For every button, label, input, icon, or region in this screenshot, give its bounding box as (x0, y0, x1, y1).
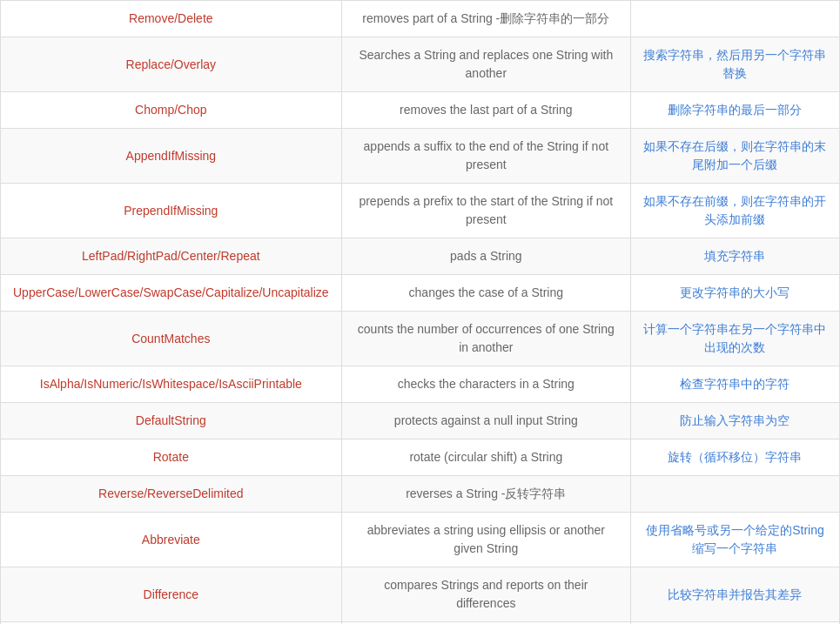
method-name: UpperCase/LowerCase/SwapCase/Capitalize/… (1, 275, 342, 312)
method-desc: counts the number of occurrences of one … (341, 312, 630, 366)
table-row: Abbreviateabbreviates a string using ell… (1, 513, 840, 567)
method-name: Abbreviate (1, 513, 342, 567)
method-desc: compares Strings and reports on their di… (341, 567, 630, 622)
method-desc: pads a String (341, 238, 630, 275)
table-row: PrependIfMissingprepends a prefix to the… (1, 184, 840, 238)
method-desc: prepends a prefix to the start of the St… (341, 184, 630, 238)
method-zh: 填充字符串 (630, 238, 839, 275)
method-zh: 更改字符串的大小写 (630, 275, 839, 312)
method-name: DefaultString (1, 403, 342, 439)
method-desc: changes the case of a String (341, 275, 630, 312)
method-name: LeftPad/RightPad/Center/Repeat (1, 238, 342, 275)
method-desc: removes part of a String -删除字符串的一部分 (341, 1, 630, 37)
method-desc: checks the characters in a String (341, 366, 630, 403)
table-row: Replace/OverlaySearches a String and rep… (1, 37, 840, 92)
method-zh: 检查字符串中的字符 (630, 366, 839, 403)
method-desc: abbreviates a string using ellipsis or a… (341, 513, 630, 567)
method-desc: removes the last part of a String (341, 92, 630, 129)
method-zh: 搜索字符串，然后用另一个字符串替换 (630, 37, 839, 92)
table-row: Rotaterotate (circular shift) a String旋转… (1, 439, 840, 476)
method-name: Chomp/Chop (1, 92, 342, 129)
table-row: DefaultStringprotects against a null inp… (1, 403, 840, 439)
table-row: AppendIfMissingappends a suffix to the e… (1, 129, 840, 184)
method-name: CountMatches (1, 312, 342, 366)
method-name: Remove/Delete (1, 1, 342, 37)
method-name: AppendIfMissing (1, 129, 342, 184)
method-name: IsAlpha/IsNumeric/IsWhitespace/IsAsciiPr… (1, 366, 342, 403)
table-row: Chomp/Chopremoves the last part of a Str… (1, 92, 840, 129)
method-name: Rotate (1, 439, 342, 476)
method-zh (630, 476, 839, 513)
method-desc: protects against a null input String (341, 403, 630, 439)
method-desc: reverses a String -反转字符串 (341, 476, 630, 513)
table-row: IsAlpha/IsNumeric/IsWhitespace/IsAsciiPr… (1, 366, 840, 403)
table-row: Reverse/ReverseDelimitedreverses a Strin… (1, 476, 840, 513)
method-desc: appends a suffix to the end of the Strin… (341, 129, 630, 184)
method-zh: 删除字符串的最后一部分 (630, 92, 839, 129)
table-row: Remove/Deleteremoves part of a String -删… (1, 1, 840, 37)
method-zh: 计算一个字符串在另一个字符串中出现的次数 (630, 312, 839, 366)
table-row: UpperCase/LowerCase/SwapCase/Capitalize/… (1, 275, 840, 312)
method-zh: 比较字符串并报告其差异 (630, 567, 839, 622)
table-row: Differencecompares Strings and reports o… (1, 567, 840, 622)
method-zh: 如果不存在后缀，则在字符串的末尾附加一个后缀 (630, 129, 839, 184)
method-zh: 使用省略号或另一个给定的String缩写一个字符串 (630, 513, 839, 567)
table-row: LeftPad/RightPad/Center/Repeatpads a Str… (1, 238, 840, 275)
string-utils-table: Remove/Deleteremoves part of a String -删… (0, 0, 840, 624)
method-name: PrependIfMissing (1, 184, 342, 238)
method-name: Reverse/ReverseDelimited (1, 476, 342, 513)
table-row: CountMatchescounts the number of occurre… (1, 312, 840, 366)
method-zh: 旋转（循环移位）字符串 (630, 439, 839, 476)
method-name: Difference (1, 567, 342, 622)
method-zh: 如果不存在前缀，则在字符串的开头添加前缀 (630, 184, 839, 238)
method-name: Replace/Overlay (1, 37, 342, 92)
method-zh: 防止输入字符串为空 (630, 403, 839, 439)
method-desc: rotate (circular shift) a String (341, 439, 630, 476)
method-desc: Searches a String and replaces one Strin… (341, 37, 630, 92)
method-zh (630, 1, 839, 37)
